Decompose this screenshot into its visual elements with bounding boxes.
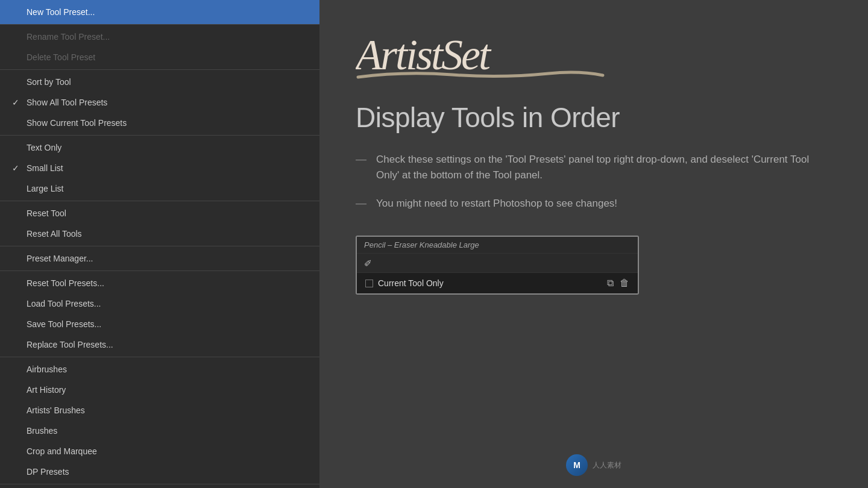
dropdown-menu: New Tool Preset...Rename Tool Preset...D… <box>0 0 319 488</box>
duplicate-icon[interactable]: ⧉ <box>607 278 614 289</box>
logo-container: ArtistSet <box>356 24 832 87</box>
current-tool-checkbox[interactable] <box>365 280 373 287</box>
content-panel: ArtistSet Display Tools in Order — Check… <box>319 0 868 488</box>
current-tool-row: Current Tool Only ⧉ 🗑 <box>357 273 638 293</box>
instructions-list: — Check these settings on the 'Tool Pres… <box>356 152 832 211</box>
menu-item-show-current-tool-presets[interactable]: Show Current Tool Presets <box>0 113 319 135</box>
menu-item-new-tool-preset[interactable]: New Tool Preset... <box>0 0 319 24</box>
menu-item-brushes[interactable]: Brushes <box>0 421 319 441</box>
watermark-text: 人人素材 <box>593 460 621 471</box>
menu-item-delete-tool-preset: Delete Tool Preset <box>0 47 319 69</box>
artistset-logo: ArtistSet <box>356 24 609 84</box>
menu-item-airbrushes[interactable]: Airbrushes <box>0 357 319 380</box>
menu-item-reset-tool[interactable]: Reset Tool <box>0 201 319 224</box>
delete-icon[interactable]: 🗑 <box>620 278 629 289</box>
menu-section-reset-section: Reset ToolReset All Tools <box>0 201 319 246</box>
menu-section-tools-section: AirbrushesArt HistoryArtists' BrushesBru… <box>0 357 319 484</box>
current-tool-label: Current Tool Only <box>378 278 444 288</box>
tool-panel-top-text: Pencil – Eraser Kneadable Large <box>364 240 479 249</box>
current-tool-left: Current Tool Only <box>365 278 444 288</box>
menu-item-replace-tool-presets[interactable]: Replace Tool Presets... <box>0 334 319 357</box>
menu-item-reset-tool-presets[interactable]: Reset Tool Presets... <box>0 271 319 293</box>
menu-item-sort-by-tool[interactable]: Sort by Tool <box>0 70 319 92</box>
menu-item-rename-tool-preset: Rename Tool Preset... <box>0 25 319 47</box>
dash-1: — <box>356 153 366 166</box>
pencil-icon-row: ✏ <box>357 254 638 273</box>
menu-item-preset-manager[interactable]: Preset Manager... <box>0 246 319 271</box>
menu-item-artists-brushes[interactable]: Artists' Brushes <box>0 400 319 421</box>
menu-item-reset-all-tools[interactable]: Reset All Tools <box>0 224 319 246</box>
instruction-item-2: — You might need to restart Photoshop to… <box>356 196 832 211</box>
menu-section-preset-manager-section: Preset Manager... <box>0 246 319 271</box>
watermark-letter: M <box>573 460 580 470</box>
menu-item-small-list[interactable]: Small List <box>0 158 319 178</box>
menu-item-text-only[interactable]: Text Only <box>0 136 319 158</box>
current-tool-action-icons: ⧉ 🗑 <box>607 278 629 289</box>
menu-section-view-section: Text OnlySmall ListLarge List <box>0 136 319 201</box>
instruction-text-2: You might need to restart Photoshop to s… <box>376 196 617 211</box>
svg-text:ArtistSet: ArtistSet <box>356 31 492 79</box>
menu-item-show-all-tool-presets[interactable]: Show All Tool Presets <box>0 92 319 113</box>
menu-item-dp-presets[interactable]: DP Presets <box>0 461 319 484</box>
page-heading: Display Tools in Order <box>356 101 832 134</box>
menu-item-load-tool-presets[interactable]: Load Tool Presets... <box>0 293 319 314</box>
menu-section-sort-section: Sort by ToolShow All Tool PresetsShow Cu… <box>0 70 319 136</box>
instruction-item-1: — Check these settings on the 'Tool Pres… <box>356 152 832 184</box>
menu-section-rename-section: Rename Tool Preset...Delete Tool Preset <box>0 25 319 70</box>
tool-panel-top-row: Pencil – Eraser Kneadable Large <box>357 237 638 254</box>
pencil-icon: ✏ <box>361 256 375 270</box>
menu-item-crop-and-marquee[interactable]: Crop and Marquee <box>0 441 319 461</box>
menu-item-art-history[interactable]: Art History <box>0 380 319 400</box>
instruction-text-1: Check these settings on the 'Tool Preset… <box>376 152 832 184</box>
watermark: M 人人素材 <box>566 454 621 476</box>
menu-item-save-tool-presets[interactable]: Save Tool Presets... <box>0 314 319 334</box>
menu-section-new-section: New Tool Preset... <box>0 0 319 25</box>
dash-2: — <box>356 197 366 210</box>
menu-section-presets-section: Reset Tool Presets...Load Tool Presets..… <box>0 271 319 357</box>
watermark-logo: M <box>566 454 588 476</box>
tool-panel-mockup: Pencil – Eraser Kneadable Large ✏ Curren… <box>356 236 639 295</box>
menu-item-large-list[interactable]: Large List <box>0 178 319 201</box>
